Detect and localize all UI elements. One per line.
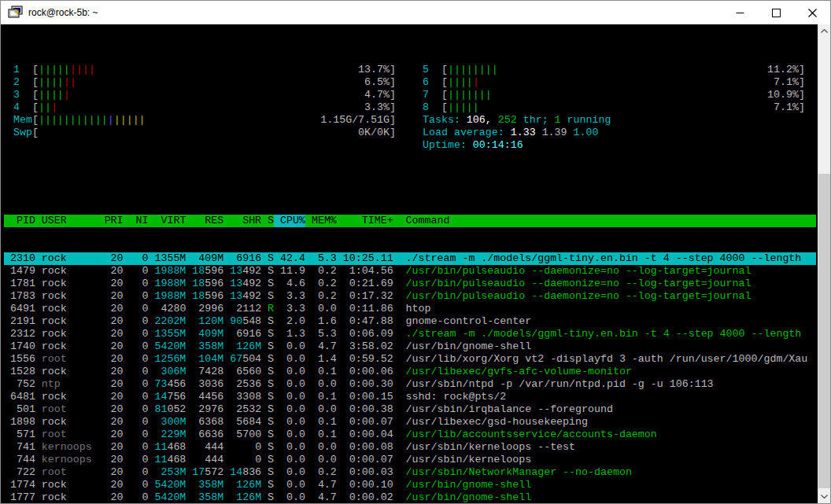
minimize-button[interactable] <box>722 1 758 24</box>
cell-cpu: 3.3 <box>274 303 305 315</box>
cell-state: S <box>261 429 274 441</box>
text-segment: S <box>268 416 274 428</box>
meter-value: 3.3% <box>364 101 390 114</box>
process-row[interactable]: 1774rock2005420M358M126MS0.04.70:00.10/u… <box>4 479 816 491</box>
cell-state: S <box>261 328 274 340</box>
header-cell-cmd[interactable]: Command <box>393 215 816 227</box>
cell-pri: 20 <box>98 366 124 378</box>
cell-mem: 0.1 <box>305 429 337 441</box>
text-segment: ] <box>799 89 805 101</box>
process-row[interactable]: 744kernoops200114684440S0.00.00:00.07/us… <box>4 454 816 466</box>
text-segment: 42.4 <box>280 252 305 264</box>
cell-virt: 14756 <box>148 391 186 403</box>
cell-command: /usr/sbin/NetworkManager --no-daemon <box>393 466 816 479</box>
text-segment: 13 <box>230 265 242 277</box>
header-cell-time[interactable]: TIME+ <box>337 215 393 227</box>
process-row[interactable]: 571root200229M66365700S0.00.10:00.04/usr… <box>4 429 816 441</box>
scrollbar[interactable] <box>818 24 830 503</box>
process-row[interactable]: 501root2008105229762532S0.00.00:00.38/us… <box>4 403 816 416</box>
text-segment: [ <box>32 64 39 76</box>
cell-command: /usr/libexec/gsd-housekeeping <box>393 416 816 429</box>
process-row[interactable]: 722root200253M1757214836S0.00.20:00.03/u… <box>4 466 816 479</box>
text-segment: 358M <box>198 340 223 352</box>
cell-ni: 0 <box>124 303 149 315</box>
process-row[interactable]: 2310rock2001355M409M6916S42.45.310:25.11… <box>4 252 816 265</box>
cell-res: 17572 <box>186 466 223 479</box>
process-row[interactable]: 1898rock200300M63685684S0.00.10:00.07/us… <box>4 416 816 429</box>
text-segment: 20 <box>111 340 124 352</box>
cell-command: htop <box>393 303 816 315</box>
cell-pid: 1898 <box>4 416 35 429</box>
cell-state: S <box>261 265 274 278</box>
process-row[interactable]: 6491rock200428029962112R3.30.00:11.86hto… <box>4 303 816 315</box>
text-segment: 8 <box>423 101 441 114</box>
header-cell-user[interactable]: USER <box>35 215 98 227</box>
header-cell-pid[interactable]: PID <box>4 215 35 227</box>
cell-user: rock <box>35 252 98 265</box>
process-row[interactable]: 1777rock2005420M358M126MS0.04.70:00.02/u… <box>4 491 816 503</box>
meter-value: 13.7% <box>358 64 390 76</box>
cpu-meter-1: 1[|||||||||13.7%] <box>13 64 396 76</box>
cell-user: rock <box>35 265 98 278</box>
cell-pid: 571 <box>4 429 35 441</box>
text-segment: S <box>268 290 274 302</box>
cell-command: /usr/sbin/kerneloops --test <box>393 441 816 454</box>
maximize-button[interactable] <box>758 1 794 24</box>
text-segment: 0.0 <box>318 454 337 465</box>
cell-ni: 0 <box>124 278 149 290</box>
text-segment: 20 <box>111 353 124 365</box>
tasks-summary: Tasks: 106, 252 thr; 1 running <box>423 114 805 127</box>
scrollbar-thumb[interactable] <box>818 174 830 488</box>
cell-state: S <box>261 479 274 491</box>
header-cell-ni[interactable]: NI <box>124 215 149 227</box>
meter-bars: ||||||||||||||||| <box>39 114 320 127</box>
cell-cpu: 0.0 <box>274 378 305 391</box>
putty-icon <box>8 6 24 20</box>
text-segment: 106, <box>467 114 498 126</box>
cell-pri: 20 <box>98 479 124 491</box>
cell-mem: 0.1 <box>305 391 337 403</box>
header-cell-mem[interactable]: MEM% <box>305 215 337 227</box>
cell-user: rock <box>35 328 98 340</box>
meter-value: 11.2% <box>767 64 799 76</box>
text-segment: 18 <box>192 278 205 289</box>
header-cell-virt[interactable]: VIRT <box>148 215 186 227</box>
text-segment: 0.2 <box>318 290 337 302</box>
header-cell-st[interactable]: S <box>261 215 274 227</box>
text-segment: 0 <box>142 391 149 403</box>
cell-cpu: 0.0 <box>274 391 305 403</box>
process-row[interactable]: 6481rock2001475644563308S0.00.10:00.15ss… <box>4 391 816 403</box>
text-segment: 0 <box>142 353 149 365</box>
scroll-down-button[interactable] <box>818 490 830 503</box>
text-segment: 10:25.11 <box>343 252 393 264</box>
process-row[interactable]: 752ntp2007345630362536S0.00.00:00.30/usr… <box>4 378 816 391</box>
cell-ni: 0 <box>124 265 149 278</box>
cell-command: /usr/bin/gnome-shell <box>393 479 816 491</box>
text-segment: 0 <box>142 403 149 415</box>
text-segment: S <box>268 403 274 415</box>
header-cell-res[interactable]: RES <box>186 215 223 227</box>
process-row[interactable]: 2191rock2002202M120M90548S2.01.60:47.88g… <box>4 315 816 328</box>
header-cell-cpu[interactable]: CPU% <box>274 215 305 227</box>
close-button[interactable] <box>794 1 830 24</box>
text-segment: 6636 <box>198 429 223 440</box>
scroll-up-button[interactable] <box>818 24 830 38</box>
process-row[interactable]: 741kernoops200114684440S0.00.00:00.08/us… <box>4 441 816 454</box>
cell-cpu: 0.0 <box>274 454 305 466</box>
text-segment: 752 <box>17 378 35 390</box>
header-cell-shr[interactable]: SHR <box>223 215 261 227</box>
cell-ni: 0 <box>124 353 149 366</box>
process-row[interactable]: 1740rock2005420M358M126MS0.04.73:58.02/u… <box>4 340 816 353</box>
process-row[interactable]: 1781rock2001988M1859613492S4.60.20:21.69… <box>4 278 816 290</box>
process-row[interactable]: 2312rock2001355M409M6916S1.35.30:06.09./… <box>4 328 816 340</box>
cell-command: /usr/lib/accountsservice/accounts-daemon <box>393 429 816 441</box>
cell-res: 444 <box>186 454 223 466</box>
process-row[interactable]: 1528rock200306M74286560S0.00.10:00.06/us… <box>4 366 816 378</box>
process-row[interactable]: 1783rock2001988M1859613492S3.30.20:17.32… <box>4 290 816 303</box>
text-segment: 596 <box>205 278 223 289</box>
text-segment: 596 <box>205 265 223 277</box>
process-row[interactable]: 1556root2001256M104M67504S0.01.40:59.52/… <box>4 353 816 366</box>
text-segment: 2976 <box>198 403 223 415</box>
process-row[interactable]: 1479rock2001988M1859613492S11.90.21:04.5… <box>4 265 816 278</box>
header-cell-pri[interactable]: PRI <box>98 215 124 227</box>
